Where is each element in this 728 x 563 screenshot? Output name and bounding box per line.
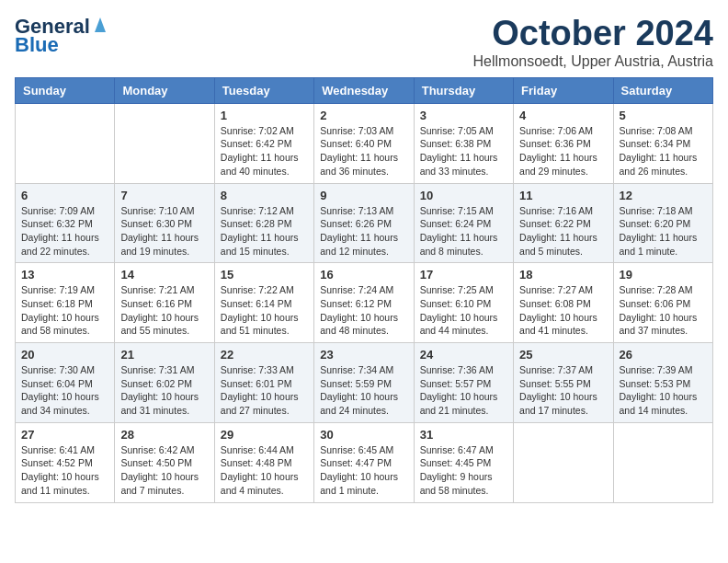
day-number: 15 [221,268,308,282]
day-number: 1 [221,109,308,122]
calendar-week-3: 13Sunrise: 7:19 AMSunset: 6:18 PMDayligh… [16,263,713,343]
day-number: 3 [420,109,507,122]
day-number: 10 [420,189,507,202]
day-number: 4 [519,109,607,122]
day-info: Sunrise: 7:02 AMSunset: 6:42 PMDaylight:… [221,124,308,178]
day-info: Sunrise: 7:19 AMSunset: 6:18 PMDaylight:… [21,283,108,338]
day-info: Sunrise: 7:21 AMSunset: 6:16 PMDaylight:… [120,283,208,338]
title-block: October 2024 Hellmonsoedt, Upper Austria… [473,15,713,70]
calendar-cell: 27Sunrise: 6:41 AMSunset: 4:52 PMDayligh… [16,422,115,502]
page-header: General Blue October 2024 Hellmonsoedt, … [15,15,713,70]
day-number: 31 [420,428,507,442]
day-info: Sunrise: 7:03 AMSunset: 6:40 PMDaylight:… [320,124,407,178]
day-number: 21 [120,348,208,362]
calendar-cell: 14Sunrise: 7:21 AMSunset: 6:16 PMDayligh… [115,263,214,343]
calendar-cell: 2Sunrise: 7:03 AMSunset: 6:40 PMDaylight… [314,103,414,183]
calendar-cell [115,103,214,183]
day-number: 6 [21,189,108,202]
day-number: 30 [320,428,407,442]
day-info: Sunrise: 7:09 AMSunset: 6:32 PMDaylight:… [21,204,108,259]
day-number: 16 [320,268,407,282]
day-info: Sunrise: 7:30 AMSunset: 6:04 PMDaylight:… [21,363,108,418]
day-info: Sunrise: 6:44 AMSunset: 4:48 PMDaylight:… [221,443,308,498]
day-number: 9 [320,189,407,202]
calendar-cell: 24Sunrise: 7:36 AMSunset: 5:57 PMDayligh… [414,343,513,423]
calendar-cell: 15Sunrise: 7:22 AMSunset: 6:14 PMDayligh… [214,263,313,343]
day-info: Sunrise: 7:28 AMSunset: 6:06 PMDaylight:… [620,283,707,338]
calendar-week-5: 27Sunrise: 6:41 AMSunset: 4:52 PMDayligh… [16,422,713,502]
calendar-cell: 4Sunrise: 7:06 AMSunset: 6:36 PMDaylight… [514,103,613,183]
month-title: October 2024 [473,15,713,53]
day-info: Sunrise: 7:06 AMSunset: 6:36 PMDaylight:… [519,124,607,178]
day-number: 29 [221,428,308,442]
calendar-cell: 9Sunrise: 7:13 AMSunset: 6:26 PMDaylight… [314,183,414,263]
weekday-header-saturday: Saturday [613,77,712,103]
day-info: Sunrise: 7:33 AMSunset: 6:01 PMDaylight:… [221,363,308,418]
day-info: Sunrise: 7:10 AMSunset: 6:30 PMDaylight:… [120,204,208,259]
day-info: Sunrise: 6:47 AMSunset: 4:45 PMDaylight:… [420,443,507,498]
calendar-cell [514,422,613,502]
day-number: 28 [120,428,208,442]
location-subtitle: Hellmonsoedt, Upper Austria, Austria [473,53,713,70]
calendar-cell: 28Sunrise: 6:42 AMSunset: 4:50 PMDayligh… [115,422,214,502]
calendar-cell: 21Sunrise: 7:31 AMSunset: 6:02 PMDayligh… [115,343,214,423]
day-info: Sunrise: 7:18 AMSunset: 6:20 PMDaylight:… [620,204,707,259]
calendar-cell: 18Sunrise: 7:27 AMSunset: 6:08 PMDayligh… [514,263,613,343]
day-number: 24 [420,348,507,362]
calendar-cell: 19Sunrise: 7:28 AMSunset: 6:06 PMDayligh… [613,263,712,343]
calendar-cell: 25Sunrise: 7:37 AMSunset: 5:55 PMDayligh… [514,343,613,423]
day-info: Sunrise: 7:15 AMSunset: 6:24 PMDaylight:… [420,204,507,259]
calendar-cell: 7Sunrise: 7:10 AMSunset: 6:30 PMDaylight… [115,183,214,263]
day-info: Sunrise: 7:13 AMSunset: 6:26 PMDaylight:… [320,204,407,259]
calendar-cell: 6Sunrise: 7:09 AMSunset: 6:32 PMDaylight… [16,183,115,263]
day-info: Sunrise: 6:42 AMSunset: 4:50 PMDaylight:… [120,443,208,498]
day-info: Sunrise: 6:45 AMSunset: 4:47 PMDaylight:… [320,443,407,498]
calendar-cell [613,422,712,502]
calendar-cell: 23Sunrise: 7:34 AMSunset: 5:59 PMDayligh… [314,343,414,423]
day-info: Sunrise: 6:41 AMSunset: 4:52 PMDaylight:… [21,443,108,498]
logo-arrow-icon [91,16,109,34]
day-info: Sunrise: 7:27 AMSunset: 6:08 PMDaylight:… [519,283,607,338]
day-number: 20 [21,348,108,362]
day-info: Sunrise: 7:39 AMSunset: 5:53 PMDaylight:… [620,363,707,418]
day-number: 19 [620,268,707,282]
day-number: 12 [620,189,707,202]
day-number: 5 [620,109,707,122]
day-number: 11 [519,189,607,202]
day-info: Sunrise: 7:24 AMSunset: 6:12 PMDaylight:… [320,283,407,338]
calendar-week-4: 20Sunrise: 7:30 AMSunset: 6:04 PMDayligh… [16,343,713,423]
calendar-cell: 20Sunrise: 7:30 AMSunset: 6:04 PMDayligh… [16,343,115,423]
weekday-header-thursday: Thursday [414,77,513,103]
calendar-cell: 26Sunrise: 7:39 AMSunset: 5:53 PMDayligh… [613,343,712,423]
day-number: 2 [320,109,407,122]
day-number: 17 [420,268,507,282]
calendar-cell: 1Sunrise: 7:02 AMSunset: 6:42 PMDaylight… [214,103,313,183]
day-info: Sunrise: 7:22 AMSunset: 6:14 PMDaylight:… [221,283,308,338]
day-info: Sunrise: 7:08 AMSunset: 6:34 PMDaylight:… [620,124,707,178]
calendar-cell: 30Sunrise: 6:45 AMSunset: 4:47 PMDayligh… [314,422,414,502]
day-info: Sunrise: 7:05 AMSunset: 6:38 PMDaylight:… [420,124,507,178]
day-number: 22 [221,348,308,362]
day-number: 23 [320,348,407,362]
day-number: 7 [120,189,208,202]
calendar-cell [16,103,115,183]
calendar-week-1: 1Sunrise: 7:02 AMSunset: 6:42 PMDaylight… [16,103,713,183]
day-number: 25 [519,348,607,362]
calendar-cell: 31Sunrise: 6:47 AMSunset: 4:45 PMDayligh… [414,422,513,502]
day-info: Sunrise: 7:31 AMSunset: 6:02 PMDaylight:… [120,363,208,418]
weekday-header-row: SundayMondayTuesdayWednesdayThursdayFrid… [16,77,713,103]
day-number: 14 [120,268,208,282]
day-info: Sunrise: 7:37 AMSunset: 5:55 PMDaylight:… [519,363,607,418]
logo: General Blue [15,15,109,57]
weekday-header-sunday: Sunday [16,77,115,103]
weekday-header-tuesday: Tuesday [214,77,313,103]
day-number: 26 [620,348,707,362]
day-number: 8 [221,189,308,202]
calendar-cell: 29Sunrise: 6:44 AMSunset: 4:48 PMDayligh… [214,422,313,502]
weekday-header-monday: Monday [115,77,214,103]
svg-marker-0 [95,17,106,32]
weekday-header-wednesday: Wednesday [314,77,414,103]
day-number: 27 [21,428,108,442]
day-number: 13 [21,268,108,282]
calendar-cell: 8Sunrise: 7:12 AMSunset: 6:28 PMDaylight… [214,183,313,263]
